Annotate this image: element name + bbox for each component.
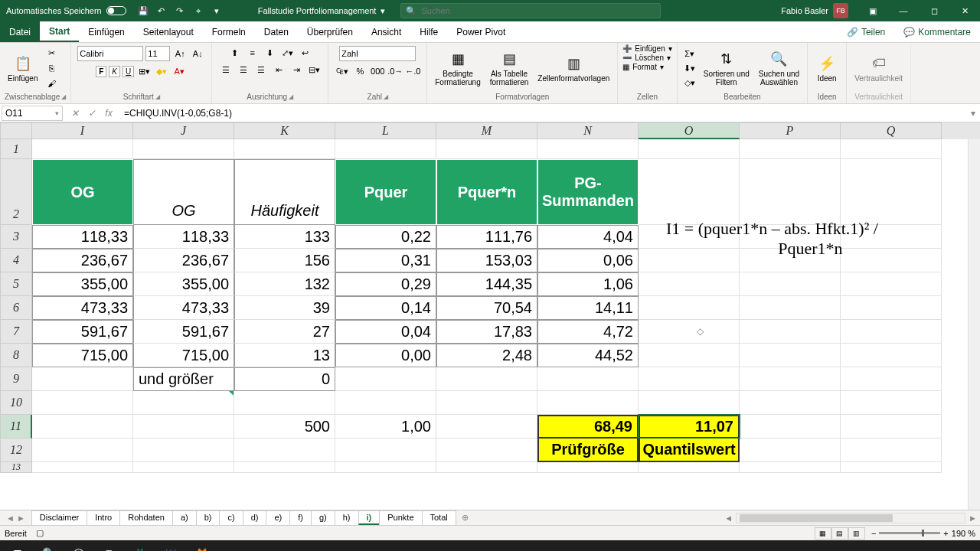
redo-icon[interactable]: ↷ bbox=[172, 3, 188, 18]
cell[interactable]: 715,00 bbox=[32, 344, 133, 367]
cell[interactable] bbox=[639, 272, 740, 296]
accept-formula-icon[interactable]: ✓ bbox=[84, 108, 100, 119]
worksheet[interactable]: I J K L M N O P Q 1 2 OG OG Häufigkeit P… bbox=[0, 122, 980, 510]
cell[interactable] bbox=[335, 367, 436, 391]
cell[interactable]: 236,67 bbox=[133, 249, 234, 272]
cell[interactable] bbox=[639, 367, 740, 391]
find-select-button[interactable]: 🔍Suchen und Auswählen bbox=[756, 48, 802, 88]
cell[interactable] bbox=[740, 415, 841, 439]
tab-help[interactable]: Hilfe bbox=[410, 21, 447, 42]
cell[interactable] bbox=[740, 320, 841, 344]
cell[interactable]: 13 bbox=[234, 344, 335, 367]
cell[interactable] bbox=[841, 139, 942, 159]
col-header-I[interactable]: I bbox=[32, 122, 133, 139]
ribbon-mode-icon[interactable]: ▣ bbox=[858, 0, 888, 21]
share-button[interactable]: 🔗Teilen bbox=[838, 27, 894, 37]
cell[interactable]: 39 bbox=[234, 296, 335, 320]
dialog-launcher-icon[interactable]: ◢ bbox=[384, 93, 388, 100]
zoom-slider[interactable] bbox=[879, 532, 940, 534]
dec-decimal-icon[interactable]: ←.0 bbox=[405, 64, 420, 78]
align-middle-icon[interactable]: ≡ bbox=[245, 46, 260, 60]
row-header[interactable]: 7 bbox=[0, 320, 32, 344]
fx-icon[interactable]: fx bbox=[101, 108, 116, 119]
row-header[interactable]: 13 bbox=[0, 462, 32, 473]
cell[interactable]: 0 bbox=[234, 367, 335, 391]
cell[interactable] bbox=[133, 415, 234, 439]
cancel-formula-icon[interactable]: ✕ bbox=[67, 108, 83, 119]
row-header[interactable]: 6 bbox=[0, 296, 32, 320]
tab-formulas[interactable]: Formeln bbox=[203, 21, 255, 42]
header-cell-freq[interactable]: Häufigkeit bbox=[234, 159, 335, 225]
touch-icon[interactable]: ⌖ bbox=[191, 3, 206, 18]
col-header-O[interactable]: O bbox=[639, 122, 740, 139]
cell[interactable] bbox=[436, 415, 537, 439]
cell[interactable] bbox=[740, 462, 841, 473]
thousands-icon[interactable]: 000 bbox=[370, 64, 385, 78]
cell[interactable]: 355,00 bbox=[32, 272, 133, 296]
cell[interactable]: 1,06 bbox=[537, 272, 639, 296]
dialog-launcher-icon[interactable]: ◢ bbox=[61, 93, 66, 100]
cell[interactable]: 0,22 bbox=[335, 225, 436, 249]
cell[interactable] bbox=[335, 462, 436, 473]
fill-icon[interactable]: ⬇▾ bbox=[682, 61, 697, 75]
cell[interactable]: 17,83 bbox=[436, 320, 537, 344]
cell[interactable] bbox=[841, 367, 942, 391]
col-header-N[interactable]: N bbox=[537, 122, 639, 139]
cell[interactable]: 0,06 bbox=[537, 249, 639, 272]
cell[interactable] bbox=[841, 296, 942, 320]
cell[interactable] bbox=[234, 391, 335, 415]
cell[interactable] bbox=[32, 415, 133, 439]
cell[interactable] bbox=[740, 344, 841, 367]
cell[interactable] bbox=[32, 462, 133, 473]
col-header-M[interactable]: M bbox=[436, 122, 537, 139]
cell[interactable] bbox=[841, 272, 942, 296]
cell[interactable] bbox=[234, 462, 335, 473]
header-cell-og2[interactable]: OG bbox=[133, 159, 234, 225]
grow-font-icon[interactable]: A↑ bbox=[172, 47, 188, 60]
sheet-tab[interactable]: Punkte bbox=[379, 510, 422, 525]
indent-inc-icon[interactable]: ⇥ bbox=[289, 63, 304, 77]
row-header[interactable]: 3 bbox=[0, 225, 32, 249]
conditional-format-button[interactable]: ▦Bedingte Formatierung bbox=[432, 48, 483, 88]
cell[interactable]: 44,52 bbox=[537, 344, 639, 367]
cell[interactable]: 0,31 bbox=[335, 249, 436, 272]
hscroll-left[interactable]: ◄ bbox=[721, 514, 736, 523]
font-color-icon[interactable]: A▾ bbox=[172, 64, 187, 78]
cut-icon[interactable]: ✂ bbox=[44, 46, 59, 60]
sheet-tab[interactable]: c) bbox=[219, 510, 243, 525]
name-box[interactable]: O11▾ bbox=[2, 106, 63, 121]
cell[interactable]: 715,00 bbox=[133, 344, 234, 367]
indent-dec-icon[interactable]: ⇤ bbox=[271, 63, 286, 77]
qat-more-icon[interactable]: ▾ bbox=[209, 3, 224, 18]
cell[interactable] bbox=[740, 391, 841, 415]
cell[interactable]: 0,04 bbox=[335, 320, 436, 344]
underline-button[interactable]: U bbox=[122, 66, 134, 77]
cell[interactable] bbox=[841, 439, 942, 462]
header-cell-pg[interactable]: PG- Summanden bbox=[537, 159, 639, 225]
insert-cells-button[interactable]: ➕Einfügen ▾ bbox=[622, 44, 671, 53]
cell[interactable] bbox=[537, 391, 639, 415]
taskbar-excel-icon[interactable]: X bbox=[126, 542, 155, 551]
search-bar[interactable]: 🔍 bbox=[400, 3, 661, 18]
align-left-icon[interactable]: ☰ bbox=[218, 63, 234, 77]
align-bottom-icon[interactable]: ⬇ bbox=[263, 46, 278, 60]
cell[interactable] bbox=[537, 139, 639, 159]
cell[interactable] bbox=[335, 439, 436, 462]
view-pagebreak-button[interactable]: ▥ bbox=[848, 527, 865, 540]
zoom-in-button[interactable]: + bbox=[943, 529, 948, 538]
font-size-select[interactable] bbox=[145, 46, 170, 61]
cell[interactable] bbox=[740, 272, 841, 296]
taskbar-search-icon[interactable]: 🔍 bbox=[34, 542, 63, 551]
cell[interactable] bbox=[133, 462, 234, 473]
cell[interactable]: 0,29 bbox=[335, 272, 436, 296]
cell[interactable] bbox=[537, 462, 639, 473]
cell[interactable]: 144,35 bbox=[436, 272, 537, 296]
sheet-tab[interactable]: Intro bbox=[87, 510, 120, 525]
view-normal-button[interactable]: ▦ bbox=[815, 527, 831, 540]
view-pagelayout-button[interactable]: ▤ bbox=[831, 527, 848, 540]
cell[interactable] bbox=[234, 139, 335, 159]
percent-icon[interactable]: % bbox=[352, 64, 368, 78]
sheet-tab[interactable]: e) bbox=[266, 510, 290, 525]
format-cells-button[interactable]: ▦Format ▾ bbox=[622, 63, 664, 71]
row-header[interactable]: 1 bbox=[0, 139, 32, 159]
